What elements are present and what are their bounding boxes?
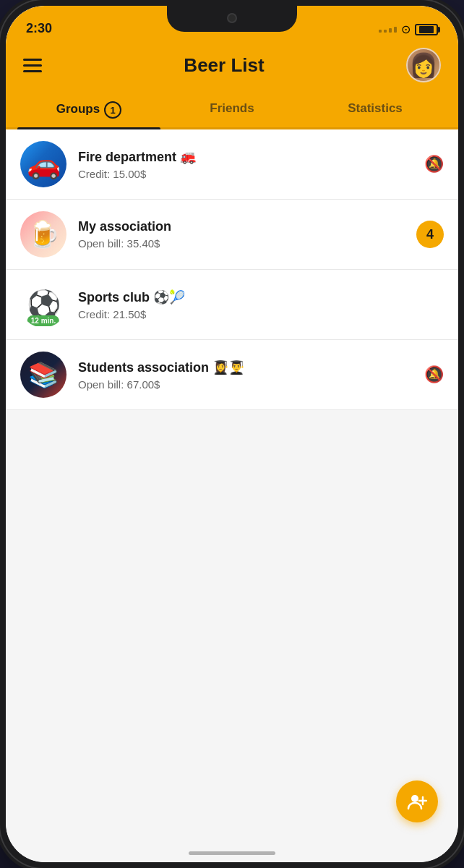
status-icons: ⊙ <box>379 22 438 36</box>
phone-screen: 2:30 ⊙ <box>6 6 458 862</box>
group-avatar-students <box>20 352 66 398</box>
phone-frame: 2:30 ⊙ <box>0 0 464 868</box>
battery-icon <box>415 24 438 35</box>
tabs-bar: Groups1 Friends Statistics <box>6 94 458 129</box>
group-avatar-fire <box>20 141 66 187</box>
list-item[interactable]: My association Open bill: 35.40$ 4 <box>6 200 458 270</box>
list-item[interactable]: Fire department 🚒 Credit: 15.00$ 🔕 <box>6 129 458 200</box>
group-credit: Open bill: 67.00$ <box>78 378 424 391</box>
tab-friends[interactable]: Friends <box>160 94 304 127</box>
notification-badge[interactable]: 4 <box>416 221 444 248</box>
tab-groups-badge: 1 <box>104 101 121 119</box>
group-info-sports: Sports club ⚽🎾 Credit: 21.50$ <box>78 289 444 320</box>
group-info-students: Students association 👩‍🎓👨‍🎓 Open bill: 6… <box>78 359 424 391</box>
group-credit: Credit: 21.50$ <box>78 308 444 320</box>
wifi-icon: ⊙ <box>401 22 411 36</box>
group-list: Fire department 🚒 Credit: 15.00$ 🔕 My as… <box>6 129 458 410</box>
camera <box>227 13 237 23</box>
tab-friends-label: Friends <box>210 101 254 115</box>
tab-groups[interactable]: Groups1 <box>17 94 160 127</box>
group-name: Students association 👩‍🎓👨‍🎓 <box>78 359 424 375</box>
svg-point-0 <box>411 795 418 802</box>
fab-container <box>396 780 438 822</box>
status-time: 2:30 <box>26 21 52 36</box>
group-info-association: My association Open bill: 35.40$ <box>78 219 416 250</box>
add-person-icon <box>407 791 427 812</box>
group-name: Fire department 🚒 <box>78 149 424 165</box>
group-name: My association <box>78 219 416 234</box>
signal-icon <box>379 27 397 33</box>
main-content: Fire department 🚒 Credit: 15.00$ 🔕 My as… <box>6 129 458 862</box>
timer-badge: 12 min. <box>27 315 59 326</box>
home-indicator <box>189 851 275 855</box>
notification-muted-icon[interactable]: 🔕 <box>424 155 444 174</box>
group-avatar-sports: ⚽ 12 min. <box>20 281 66 328</box>
hamburger-menu[interactable] <box>23 59 42 72</box>
group-name: Sports club ⚽🎾 <box>78 289 444 305</box>
notification-muted-icon[interactable]: 🔕 <box>424 365 444 384</box>
list-item[interactable]: Students association 👩‍🎓👨‍🎓 Open bill: 6… <box>6 340 458 410</box>
notch <box>167 6 297 32</box>
group-avatar-association <box>20 211 66 258</box>
tab-groups-label: Groups <box>56 102 100 116</box>
group-credit: Open bill: 35.40$ <box>78 237 416 250</box>
app-header: Beer List <box>6 42 458 94</box>
page-title: Beer List <box>184 54 264 77</box>
tab-statistics-label: Statistics <box>348 101 403 115</box>
add-group-button[interactable] <box>396 780 438 822</box>
list-item[interactable]: ⚽ 12 min. Sports club ⚽🎾 Credit: 21.50$ <box>6 270 458 340</box>
avatar[interactable] <box>406 48 441 82</box>
group-credit: Credit: 15.00$ <box>78 168 424 180</box>
group-info-fire: Fire department 🚒 Credit: 15.00$ <box>78 149 424 180</box>
tab-statistics[interactable]: Statistics <box>304 94 447 127</box>
